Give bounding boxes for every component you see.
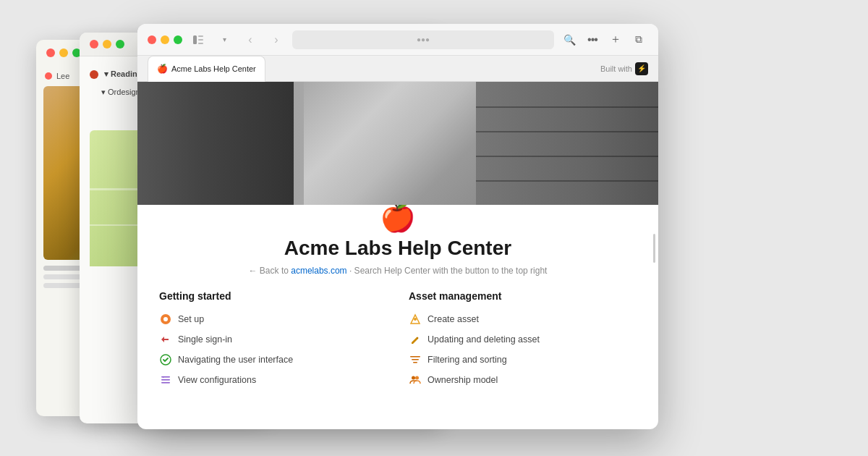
navigate-text: Navigating the user interface (178, 355, 293, 365)
filter-icon (409, 353, 422, 366)
getting-started-section: Getting started Set up (159, 290, 387, 390)
svg-rect-3 (198, 43, 203, 44)
svg-point-12 (414, 318, 417, 321)
scene: Lee ▾ Reading (36, 18, 832, 438)
asset-management-title: Asset management (409, 290, 637, 302)
tab-label: Acme Labs Help Center (171, 64, 256, 73)
svg-rect-15 (413, 362, 417, 363)
create-asset-text: Create asset (427, 314, 479, 324)
expand-button[interactable] (174, 35, 182, 44)
svg-rect-14 (412, 359, 419, 360)
address-bar-text: ●●● (417, 35, 430, 43)
forward-button[interactable]: › (266, 30, 286, 50)
list-item[interactable]: View configurations (159, 370, 387, 390)
list-item[interactable]: Updating and deleting asset (409, 329, 637, 350)
svg-point-17 (415, 376, 419, 380)
svg-rect-10 (163, 376, 164, 378)
asset-management-section: Asset management Create asset (409, 290, 637, 390)
tab-favicon: 🍎 (157, 64, 167, 74)
chrome-toolbar: ▾ ‹ › ●●● 🔍 ••• ＋ ⧉ (137, 24, 658, 56)
shelf-1 (476, 106, 658, 108)
svg-rect-8 (161, 379, 170, 381)
hero-left-person (137, 82, 294, 205)
expand-dot-bg2 (116, 40, 124, 48)
apple-logo-container: 🍎 (159, 216, 637, 231)
minimize-dot-bg2 (103, 40, 111, 48)
scroll-indicator (653, 234, 655, 263)
signin-text: Single sign-in (178, 334, 232, 345)
address-bar[interactable]: ●●● (292, 30, 554, 49)
minimize-dot-bg3 (59, 48, 68, 57)
reading-icon (90, 70, 98, 79)
hero-bw-bg (137, 82, 658, 205)
svg-rect-7 (161, 376, 170, 378)
red-indicator (45, 72, 52, 80)
chevron-down-icon[interactable]: ▾ (214, 30, 234, 50)
svg-rect-2 (198, 39, 203, 41)
search-button[interactable]: 🔍 (560, 30, 579, 49)
svg-rect-1 (198, 35, 203, 37)
close-button[interactable] (148, 35, 156, 44)
svg-point-5 (163, 317, 168, 321)
subtitle-back-text: ← Back to (249, 266, 289, 276)
svg-rect-13 (410, 356, 420, 358)
svg-point-16 (412, 376, 415, 380)
asset-management-items: Create asset Updating and deleting asset (409, 309, 637, 390)
getting-started-title: Getting started (159, 290, 387, 302)
config-text: View configurations (178, 375, 256, 385)
subtitle-search-text: · Search Help Center with the button to … (349, 266, 548, 276)
minimize-button[interactable] (161, 35, 169, 44)
traffic-lights-main (148, 35, 182, 44)
svg-rect-0 (193, 35, 197, 44)
setup-text: Set up (178, 314, 204, 324)
shelf-3 (476, 156, 658, 157)
svg-rect-9 (161, 382, 170, 384)
back-button[interactable]: ‹ (240, 30, 260, 50)
main-window: ▾ ‹ › ●●● 🔍 ••• ＋ ⧉ 🍎 Acme Labs Help Cen… (137, 24, 658, 429)
reading-label: ▾ Reading (104, 69, 142, 79)
ownership-icon (409, 373, 422, 387)
active-tab[interactable]: 🍎 Acme Labs Help Center (148, 56, 265, 82)
close-dot-bg2 (90, 40, 98, 48)
filter-text: Filtering and sorting (427, 355, 507, 365)
list-item[interactable]: Create asset (409, 309, 637, 329)
list-item[interactable]: Navigating the user interface (159, 350, 387, 370)
bg3-label: Lee (56, 72, 69, 80)
signin-icon (159, 333, 172, 346)
sections-grid: Getting started Set up (159, 290, 637, 390)
update-asset-icon (409, 333, 422, 346)
new-tab-button[interactable]: ＋ (606, 30, 625, 49)
create-asset-icon (409, 313, 422, 326)
config-icon (159, 373, 172, 387)
sidebar-toggle-button[interactable] (188, 30, 208, 50)
hero-right (476, 82, 658, 205)
hero-image (137, 82, 658, 205)
built-with-text: Built with (600, 64, 632, 73)
close-dot-bg3 (46, 48, 55, 57)
list-item[interactable]: Set up (159, 309, 387, 329)
list-item[interactable]: Single sign-in (159, 329, 387, 350)
subtitle: ← Back to acmelabs.com · Search Help Cen… (159, 266, 637, 276)
built-with: Built with ⚡ (600, 62, 648, 75)
getting-started-items: Set up Single sign-in (159, 309, 387, 390)
toolbar-right: 🔍 ••• ＋ ⧉ (560, 30, 648, 49)
list-item[interactable]: Filtering and sorting (409, 350, 637, 370)
apple-logo: 🍎 (380, 205, 416, 231)
acmelabs-link[interactable]: acmelabs.com (291, 266, 346, 276)
more-options-button[interactable]: ••• (583, 30, 602, 49)
navigate-icon (159, 353, 172, 366)
setup-icon (159, 313, 172, 326)
ordesign-label: ▾ Ordesign (101, 88, 140, 97)
page-title: Acme Labs Help Center (159, 237, 637, 260)
shelf-2 (476, 131, 658, 132)
share-button[interactable]: ⧉ (629, 30, 648, 49)
ownership-text: Ownership model (427, 375, 498, 385)
list-item[interactable]: Ownership model (409, 370, 637, 390)
content-area: 🍎 Acme Labs Help Center ← Back to acmela… (137, 205, 658, 429)
update-asset-text: Updating and deleting asset (427, 334, 540, 345)
tab-bar: 🍎 Acme Labs Help Center Built with ⚡ (137, 56, 658, 82)
built-with-icon: ⚡ (635, 62, 648, 75)
shelf-4 (476, 180, 658, 182)
